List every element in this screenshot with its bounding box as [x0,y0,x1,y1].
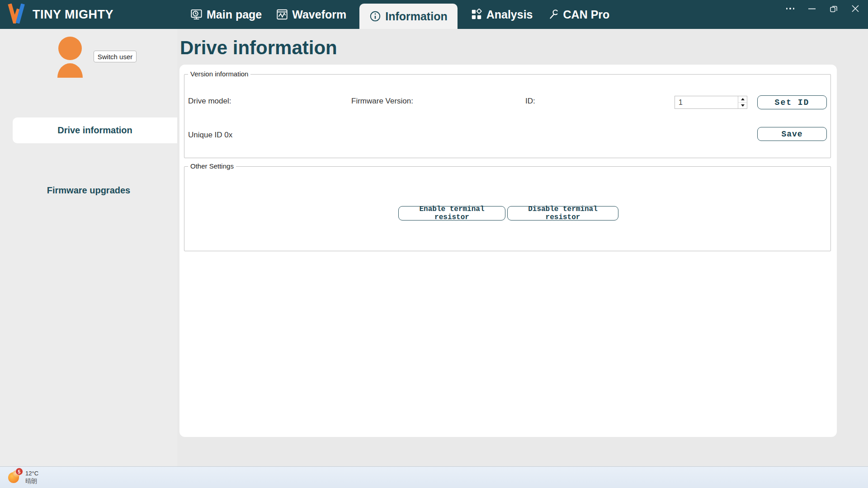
version-information-group: Version information Drive model: Firmwar… [184,74,831,158]
set-id-button[interactable]: Set ID [757,95,827,109]
tab-can-pro[interactable]: CAN Pro [546,0,611,29]
minimize-icon[interactable] [807,4,816,13]
weather-widget[interactable]: 5 12°C 晴朗 [5,468,60,488]
sidebar-item-drive-information[interactable]: Drive information [13,117,177,143]
tab-label: Waveform [292,8,346,21]
restore-icon[interactable] [829,4,838,13]
spinner-down-button[interactable] [738,103,747,108]
blocks-icon [471,9,482,20]
content-card: Version information Drive model: Firmwar… [179,65,837,437]
spinner-arrows [738,96,747,108]
tiny-mighty-logo-icon [7,4,28,25]
disable-terminal-resistor-button[interactable]: Disable terminal resistor [507,206,618,221]
tab-label: CAN Pro [563,8,610,21]
id-input[interactable] [675,96,738,108]
tab-analysis[interactable]: Analysis [469,0,534,29]
id-spinner [675,96,747,109]
enable-terminal-resistor-button[interactable]: Enable terminal resistor [398,206,505,221]
page-title: Drive information [180,37,337,59]
group-legend: Version information [188,70,250,78]
firmware-version-label: Firmware Version: [351,97,413,106]
more-options-icon[interactable] [786,4,795,13]
unique-id-label: Unique ID 0x [188,131,232,140]
switch-user-button[interactable]: Switch user [94,51,137,62]
tab-main-page[interactable]: Main page [189,0,263,29]
user-avatar [55,36,85,80]
notification-badge: 5 [15,468,23,475]
weather-condition-label: 晴朗 [25,477,37,485]
nav-tabs: Main page Waveform [189,0,611,29]
window-controls [786,0,860,17]
taskbar: 5 12°C 晴朗 W [0,466,868,488]
brand-name: TINY MIGHTY [33,8,113,22]
temperature-label: 12°C [25,470,38,477]
info-circle-icon [369,10,381,22]
tab-waveform[interactable]: Waveform [275,0,348,29]
app-window: TINY MIGHTY Main page [0,0,868,488]
main-content: Drive information Version information Dr… [177,29,868,466]
brand: TINY MIGHTY [7,4,113,25]
save-button[interactable]: Save [757,127,827,141]
tab-label: Main page [207,8,262,21]
sidebar: Switch user Drive information Firmware u… [0,29,177,466]
tab-label: Information [385,10,448,23]
monitor-gauge-icon [190,9,203,21]
id-label: ID: [525,97,535,106]
tab-information[interactable]: Information [359,4,458,29]
other-settings-group: Other Settings Enable terminal resistor … [184,166,831,251]
drive-model-label: Drive model: [188,97,231,106]
sidebar-item-firmware-upgrades[interactable]: Firmware upgrades [0,179,177,202]
up-arrow-icon [741,98,745,100]
down-arrow-icon [741,104,745,107]
close-icon[interactable] [851,4,860,13]
wrench-icon [547,9,559,20]
spinner-up-button[interactable] [738,96,747,103]
group-legend: Other Settings [188,162,236,170]
tab-label: Analysis [486,8,533,21]
title-bar: TINY MIGHTY Main page [0,0,868,29]
waveform-icon [276,9,288,20]
